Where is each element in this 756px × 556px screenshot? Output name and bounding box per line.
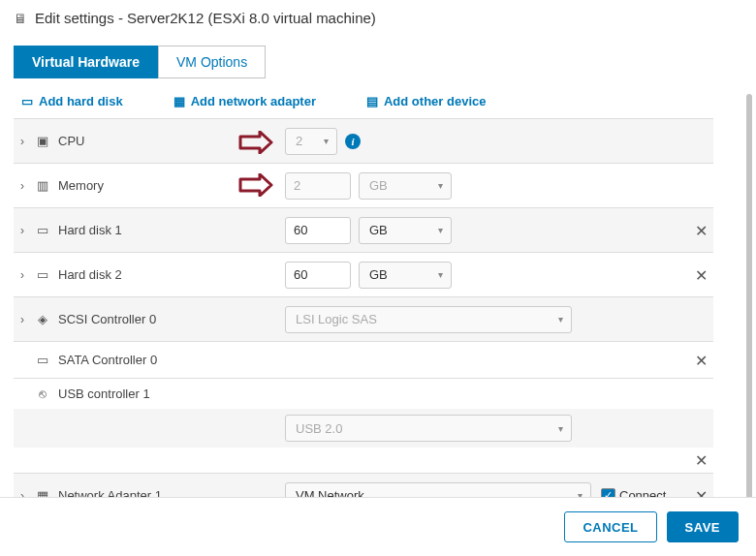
expander-cpu[interactable]: ›	[17, 135, 27, 148]
hd2-unit-select[interactable]: GB	[359, 262, 452, 289]
hd1-unit-value: GB	[369, 223, 388, 237]
tabs: Virtual Hardware VM Options	[14, 46, 739, 78]
device-icon: ▤	[366, 94, 378, 108]
expander-hd1[interactable]: ›	[17, 224, 27, 237]
scsi-type-value: LSI Logic SAS	[296, 312, 377, 326]
expander-net[interactable]: ›	[17, 489, 27, 498]
row-memory: › ▥ Memory GB	[14, 163, 713, 207]
usb-type-value: USB 2.0	[296, 421, 342, 436]
disk-icon-hd1: ▭	[35, 223, 50, 237]
add-network-adapter-link[interactable]: ▦ Add network adapter	[173, 94, 316, 108]
cancel-button[interactable]: CANCEL	[564, 511, 656, 542]
row-cpu: › ▣ CPU 2 i	[14, 118, 713, 163]
usb-label: USB controller 1	[58, 386, 150, 401]
scsi-icon: ◈	[35, 312, 50, 326]
cpu-count-select[interactable]: 2	[285, 128, 337, 155]
dialog-header: 🖥 Edit settings - Server2K12 (ESXi 8.0 v…	[0, 0, 756, 36]
info-icon[interactable]: i	[345, 134, 361, 149]
row-network: › ▦ Network Adapter 1 VM Network ✓ Conne…	[14, 473, 713, 497]
hd2-label: Hard disk 2	[58, 267, 122, 282]
hd1-size-input[interactable]	[285, 217, 351, 244]
sata-label: SATA Controller 0	[58, 353, 157, 367]
row-hard-disk-2: › ▭ Hard disk 2 GB ✕	[14, 252, 713, 296]
dialog-title: Edit settings - Server2K12 (ESXi 8.0 vir…	[35, 10, 376, 26]
network-icon: ▦	[173, 94, 185, 108]
usb-icon: ⎋	[35, 386, 50, 401]
remove-hd2[interactable]: ✕	[695, 265, 708, 284]
add-hard-disk-link[interactable]: ▭ Add hard disk	[21, 94, 123, 108]
remove-hd1[interactable]: ✕	[695, 221, 708, 239]
row-scsi: › ◈ SCSI Controller 0 LSI Logic SAS	[14, 296, 713, 341]
remove-usb[interactable]: ✕	[695, 451, 708, 470]
tab-vm-options[interactable]: VM Options	[158, 46, 266, 78]
network-value: VM Network	[296, 488, 364, 497]
connect-label: Connect	[619, 488, 666, 497]
usb-type-select[interactable]: USB 2.0	[285, 415, 572, 442]
expander-memory[interactable]: ›	[17, 179, 27, 193]
dialog-footer: CANCEL SAVE	[0, 497, 756, 556]
net-label: Network Adapter 1	[58, 488, 162, 497]
save-button[interactable]: SAVE	[667, 511, 739, 542]
scrollbar-thumb[interactable]	[746, 94, 752, 497]
scsi-type-select[interactable]: LSI Logic SAS	[285, 306, 572, 333]
row-usb-remove: ✕	[14, 448, 713, 473]
add-other-label: Add other device	[384, 94, 486, 108]
cpu-icon: ▣	[35, 134, 50, 148]
row-usb-value: USB 2.0	[14, 409, 713, 448]
checkbox-icon: ✓	[601, 488, 615, 497]
hd2-size-input[interactable]	[285, 262, 351, 289]
annotation-arrow-cpu	[238, 131, 273, 154]
sata-icon: ▭	[35, 353, 50, 367]
annotation-arrow-memory	[238, 173, 273, 197]
cpu-count-value: 2	[296, 134, 302, 148]
hardware-table: › ▣ CPU 2 i › ▥ Mem	[14, 118, 713, 497]
add-hard-disk-label: Add hard disk	[39, 94, 123, 108]
dialog-body: Virtual Hardware VM Options ▭ Add hard d…	[0, 36, 756, 497]
disk-icon: ▭	[21, 94, 33, 108]
memory-icon: ▥	[35, 178, 50, 193]
expander-hd2[interactable]: ›	[17, 268, 27, 282]
cpu-label: CPU	[58, 134, 84, 148]
add-bar: ▭ Add hard disk ▦ Add network adapter ▤ …	[14, 84, 739, 118]
row-usb: › ⎋ USB controller 1	[14, 378, 713, 409]
tab-virtual-hardware[interactable]: Virtual Hardware	[14, 46, 158, 78]
vm-icon: 🖥	[14, 11, 27, 26]
hd2-unit-value: GB	[369, 267, 388, 282]
memory-unit-value: GB	[369, 178, 388, 193]
nic-icon: ▦	[35, 488, 50, 497]
hd1-unit-select[interactable]: GB	[359, 217, 452, 244]
row-hard-disk-1: › ▭ Hard disk 1 GB ✕	[14, 207, 713, 252]
expander-scsi[interactable]: ›	[17, 313, 27, 326]
network-select[interactable]: VM Network	[285, 482, 591, 498]
edit-settings-dialog: 🖥 Edit settings - Server2K12 (ESXi 8.0 v…	[0, 0, 756, 556]
remove-net[interactable]: ✕	[695, 486, 708, 497]
add-other-device-link[interactable]: ▤ Add other device	[366, 94, 486, 108]
connect-checkbox[interactable]: ✓ Connect	[601, 488, 666, 497]
row-sata: › ▭ SATA Controller 0 ✕	[14, 341, 713, 378]
memory-unit-select[interactable]: GB	[359, 172, 452, 200]
disk-icon-hd2: ▭	[35, 267, 50, 282]
scsi-label: SCSI Controller 0	[58, 312, 156, 326]
memory-value-input[interactable]	[285, 172, 351, 200]
hd1-label: Hard disk 1	[58, 223, 122, 237]
memory-label: Memory	[58, 178, 104, 193]
add-network-label: Add network adapter	[191, 94, 316, 108]
remove-sata[interactable]: ✕	[695, 351, 708, 369]
